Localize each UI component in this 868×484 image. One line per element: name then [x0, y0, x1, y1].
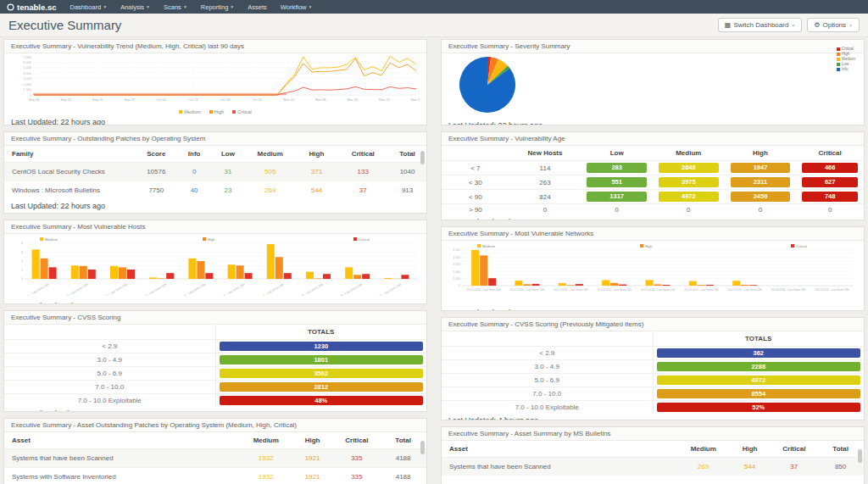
cvss-total-bar: 52% — [657, 403, 861, 412]
svg-text:3,000: 3,000 — [453, 263, 460, 266]
cvss-row[interactable]: 7.0 - 10.08554 — [442, 387, 864, 401]
svg-text:3,000: 3,000 — [23, 77, 31, 81]
panel-title: Executive Summary - Asset Outstanding Pa… — [4, 419, 426, 432]
gear-icon: ⚙ — [814, 21, 820, 29]
legend-item: Critical — [232, 109, 252, 114]
cvss-row[interactable]: 3.0 - 4.92288 — [442, 360, 864, 374]
panel-cvss-scoring: Executive Summary - CVSS Scoring TOTALS<… — [3, 310, 427, 412]
last-updated: Last Updated: 22 hours ago — [442, 306, 864, 311]
left-column: Executive Summary - Vulnerability Trend … — [3, 39, 427, 484]
column-header: Low — [581, 146, 653, 161]
svg-text:Nov 22: Nov 22 — [379, 97, 390, 102]
nav-item-scans[interactable]: Scans▼ — [164, 3, 187, 11]
svg-text:6: 6 — [21, 251, 23, 254]
last-updated: Last Updated: 22 hours ago — [4, 299, 426, 304]
asset-ms-table: AssetMediumHighCriticalTotalSystems that… — [442, 441, 864, 476]
svg-text:Oct 11: Oct 11 — [188, 97, 198, 102]
column-header: Low — [211, 146, 245, 163]
switch-dashboard-button[interactable]: ▦ Switch Dashboard ▼ — [718, 18, 802, 32]
cvss-row[interactable]: 7.0 - 10.0 Exploitable48% — [4, 394, 426, 408]
panel-vulnerability-age: Executive Summary - Vulnerability Age Ne… — [441, 131, 865, 220]
cvss-total-bar: 3562 — [220, 369, 424, 378]
svg-text:Sep 13: Sep 13 — [60, 97, 71, 102]
cvss-row[interactable]: 7.0 - 10.02812 — [4, 381, 426, 394]
table-row[interactable]: Systems that have been Scanned2695443785… — [442, 458, 864, 476]
table-row[interactable]: Systems that have been Scanned1932192133… — [4, 449, 426, 468]
chevron-down-icon: ▼ — [146, 4, 150, 9]
last-updated: Last Updated: 22 hours ago — [4, 115, 426, 125]
svg-text:1,000: 1,000 — [453, 277, 460, 281]
column-header: High — [296, 146, 338, 163]
page-title: Executive Summary — [8, 18, 121, 32]
nav-item-reporting[interactable]: Reporting▼ — [201, 3, 234, 11]
svg-text:2,000: 2,000 — [23, 83, 31, 86]
last-updated: Last Updated: 20 hours ago — [442, 215, 864, 220]
totals-header: TOTALS — [653, 331, 864, 347]
tenable-logo[interactable]: tenable.sc — [7, 3, 56, 12]
legend-item: Medium — [837, 57, 855, 61]
totals-header: TOTALS — [215, 325, 426, 340]
cvss-total-bar: 4972 — [657, 376, 861, 385]
svg-text:10.0.0.9 - Last Seen 24h: 10.0.0.9 - Last Seen 24h — [332, 282, 363, 296]
top-navbar: tenable.sc Dashboard▼ Analysis▼ Scans▼ R… — [0, 0, 868, 14]
legend-item: High — [209, 109, 224, 114]
cvss-row[interactable]: 5.0 - 6.93562 — [4, 367, 426, 381]
svg-text:Nov 01: Nov 01 — [283, 97, 294, 102]
svg-text:Oct 25: Oct 25 — [252, 97, 263, 102]
svg-text:Critical: Critical — [796, 244, 807, 248]
outstanding-patches-table: FamilyScoreInfoLowMediumHighCriticalTota… — [4, 146, 426, 199]
panel-title: Executive Summary - Vulnerability Age — [442, 132, 864, 146]
options-button[interactable]: ⚙ Options ▼ — [807, 18, 860, 32]
legend-item: High — [837, 52, 855, 56]
column-header: Info — [177, 146, 211, 163]
panel-most-vulnerable-networks: Executive Summary - Most Vulnerable Netw… — [441, 226, 865, 311]
nav-item-assets[interactable]: Assets — [248, 3, 267, 11]
legend-item: Critical — [837, 47, 855, 51]
svg-text:Sep 06: Sep 06 — [29, 97, 40, 102]
nav-item-dashboard[interactable]: Dashboard▼ — [70, 3, 107, 11]
scrollbar-thumb[interactable] — [858, 449, 862, 463]
column-header: Family — [4, 146, 135, 163]
cvss-row[interactable]: < 2.9362 — [442, 347, 864, 360]
panel-title: Executive Summary - Severity Summary — [442, 40, 864, 53]
panel-title: Executive Summary - Most Vulnerable Host… — [4, 220, 426, 234]
svg-text:10.0.4.0/24 - Last Seen 24h: 10.0.4.0/24 - Last Seen 24h — [597, 288, 632, 292]
column-header: Critical — [337, 146, 388, 163]
svg-text:0: 0 — [30, 94, 31, 97]
cvss-total-bar: 48% — [220, 396, 424, 405]
cvss-row[interactable]: < 2.91230 — [4, 340, 426, 353]
table-row[interactable]: > 9000000 — [442, 204, 864, 216]
severity-count-block: 551 — [587, 177, 647, 187]
severity-count-block: 2848 — [659, 163, 719, 173]
table-row[interactable]: CentOS Local Security Checks105760315053… — [4, 163, 426, 181]
chevron-down-icon: ▼ — [183, 4, 187, 9]
cvss-total-bar: 2812 — [220, 382, 424, 392]
svg-text:8: 8 — [21, 242, 23, 245]
tenable-circle-icon — [7, 3, 14, 11]
most-vulnerable-hosts-chart: 02468MediumHighCritical10.0.0.1 - Last S… — [4, 234, 426, 299]
column-header: Total — [380, 432, 426, 449]
table-row[interactable]: < 90824131749722459748 — [442, 190, 864, 204]
table-row[interactable]: < 711428328481947466 — [442, 161, 864, 175]
scrollbar-thumb[interactable] — [420, 441, 425, 454]
svg-text:0: 0 — [21, 277, 23, 281]
scrollbar-thumb[interactable] — [420, 151, 425, 164]
table-row[interactable]: Systems with Software Inventoried1932192… — [4, 468, 426, 484]
nav-item-workflow[interactable]: Workflow▼ — [281, 3, 313, 11]
last-updated: Last Updated: 22 hours ago — [4, 199, 426, 213]
table-row[interactable]: Windows : Microsoft Bulletins77504023269… — [4, 181, 426, 200]
column-header: Medium — [241, 432, 292, 449]
panel-vulnerability-trend: Executive Summary - Vulnerability Trend … — [3, 39, 427, 125]
cvss-total-bar: 8554 — [657, 389, 861, 398]
cvss-row[interactable]: 5.0 - 6.94972 — [442, 374, 864, 387]
last-updated: Last Updated: 22 hours ago — [442, 119, 864, 125]
svg-text:10.0.0.8 - Last Seen 24h: 10.0.0.8 - Last Seen 24h — [293, 282, 324, 296]
page-header: Executive Summary ▦ Switch Dashboard ▼ ⚙… — [0, 14, 868, 37]
svg-text:10.0.3.0/24 - Last Seen 24h: 10.0.3.0/24 - Last Seen 24h — [554, 288, 588, 292]
column-header: High — [729, 441, 771, 458]
table-row[interactable]: < 3026355139752311627 — [442, 175, 864, 190]
cvss-row[interactable]: 7.0 - 10.0 Exploitable52% — [442, 401, 864, 414]
svg-text:10.0.0.1 - Last Seen 24h: 10.0.0.1 - Last Seen 24h — [19, 282, 50, 296]
cvss-row[interactable]: 3.0 - 4.91801 — [4, 353, 426, 367]
nav-item-analysis[interactable]: Analysis▼ — [120, 3, 150, 11]
